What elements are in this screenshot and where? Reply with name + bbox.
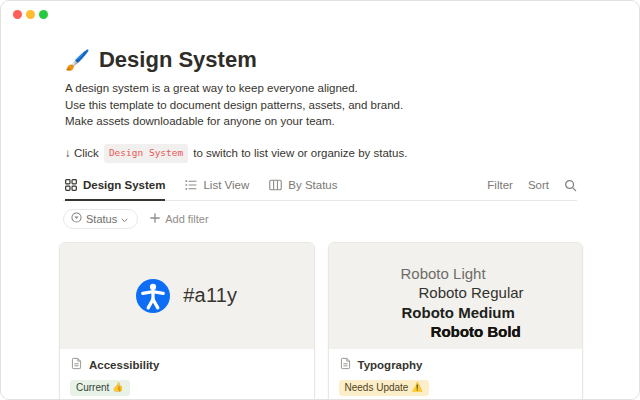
add-filter-label: Add filter	[165, 213, 208, 225]
specimen-line-medium: Roboto Medium	[402, 303, 583, 323]
view-tabs: Design System List View	[65, 179, 337, 200]
specimen-line-bold: Roboto Bold	[431, 322, 583, 342]
page-document-icon	[70, 356, 83, 374]
filter-button[interactable]: Filter	[487, 179, 513, 191]
inline-code-design-system: Design System	[104, 144, 188, 163]
status-property-icon	[71, 212, 82, 225]
card-typography[interactable]: Roboto Light Roboto Regular Roboto Mediu…	[328, 242, 584, 400]
plus-icon	[150, 213, 160, 225]
paintbrush-emoji-icon: 🖌️	[65, 47, 90, 73]
a11y-hashtag: #a11y	[183, 284, 237, 307]
gallery-view-icon	[65, 179, 77, 191]
zoom-window-button[interactable]	[39, 10, 48, 19]
card-footer: Typography Needs Update ⚠️	[329, 349, 583, 400]
board-view-icon	[269, 179, 282, 191]
specimen-line-regular: Roboto Regular	[419, 283, 583, 303]
hint-suffix: to switch to list view or organize by st…	[193, 145, 407, 161]
gallery-cards: #a11y Accessibility	[59, 242, 583, 400]
status-badge-needs-update: Needs Update ⚠️	[339, 380, 429, 396]
status-filter-label: Status	[86, 213, 117, 225]
intro-line: Make assets downloadable for anyone on y…	[65, 113, 577, 130]
card-cover-accessibility: #a11y	[60, 243, 314, 349]
page-title-row: 🖌️ Design System	[65, 47, 577, 73]
tab-design-system[interactable]: Design System	[65, 179, 165, 201]
add-filter-button[interactable]: Add filter	[150, 213, 208, 225]
card-title: Typography	[358, 359, 423, 371]
thumbs-up-emoji-icon: 👍	[112, 381, 123, 394]
status-filter-pill[interactable]: Status	[63, 209, 138, 229]
minimize-window-button[interactable]	[26, 10, 35, 19]
warning-emoji-icon: ⚠️	[411, 381, 422, 394]
status-badge-label: Needs Update	[345, 381, 409, 394]
card-accessibility[interactable]: #a11y Accessibility	[59, 242, 315, 400]
intro-paragraph: A design system is a great way to keep e…	[65, 80, 577, 130]
card-title: Accessibility	[89, 359, 159, 371]
card-title-row: Typography	[339, 356, 573, 374]
tab-label: List View	[203, 179, 249, 191]
window-titlebar	[1, 1, 639, 29]
page-title: Design System	[99, 47, 257, 73]
accessibility-person-icon	[136, 279, 170, 313]
tab-label: Design System	[83, 179, 165, 191]
chevron-down-icon	[121, 213, 128, 225]
sort-button[interactable]: Sort	[528, 179, 549, 191]
page-content: 🖌️ Design System A design system is a gr…	[1, 47, 639, 400]
view-tab-bar: Design System List View	[63, 179, 577, 201]
hint-line: ↓ Click Design System to switch to list …	[65, 144, 577, 163]
page-document-icon	[339, 356, 352, 374]
status-badge-label: Current	[76, 381, 109, 394]
type-specimen: Roboto Light Roboto Regular Roboto Mediu…	[329, 243, 583, 342]
search-icon[interactable]	[564, 179, 577, 192]
tab-label: By Status	[288, 179, 337, 191]
filter-bar: Status Add filter	[63, 209, 577, 229]
intro-line: A design system is a great way to keep e…	[65, 80, 577, 97]
view-actions: Filter Sort	[487, 179, 577, 200]
card-title-row: Accessibility	[70, 356, 304, 374]
a11y-cover-content: #a11y	[60, 243, 314, 349]
hint-prefix: ↓ Click	[65, 145, 99, 161]
close-window-button[interactable]	[13, 10, 22, 19]
list-view-icon	[185, 179, 197, 191]
card-footer: Accessibility Current 👍	[60, 349, 314, 400]
status-badge-current: Current 👍	[70, 380, 130, 396]
specimen-line-light: Roboto Light	[401, 264, 583, 284]
tab-list-view[interactable]: List View	[185, 179, 249, 201]
app-window: 🖌️ Design System A design system is a gr…	[0, 0, 640, 400]
tab-by-status[interactable]: By Status	[269, 179, 337, 201]
intro-line: Use this template to document design pat…	[65, 97, 577, 114]
card-cover-typography: Roboto Light Roboto Regular Roboto Mediu…	[329, 243, 583, 349]
